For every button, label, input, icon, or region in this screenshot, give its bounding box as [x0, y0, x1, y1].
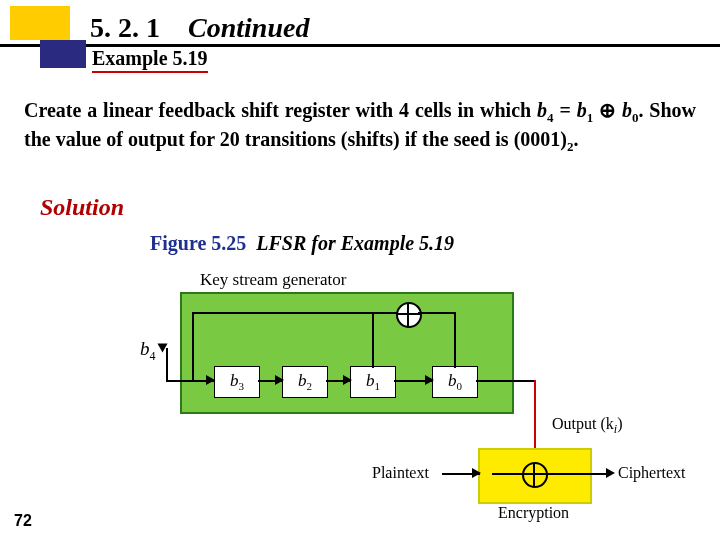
- output-label: Output (ki): [552, 415, 622, 437]
- section-title-text: Continued: [188, 12, 309, 43]
- problem-end: .: [573, 128, 578, 150]
- problem-prefix: Create a linear feedback shift register …: [24, 99, 537, 121]
- cell-b2: b2: [282, 366, 328, 398]
- example-label: Example 5.19: [92, 47, 208, 73]
- wire: [492, 473, 524, 475]
- arrow-icon: [206, 375, 215, 385]
- arrow-icon: [275, 375, 284, 385]
- ksg-label: Key stream generator: [200, 270, 346, 290]
- wire: [418, 312, 456, 314]
- figure-title: LFSR for Example 5.19: [256, 232, 454, 254]
- eq-eq: =: [554, 99, 577, 121]
- ciphertext-label: Ciphertext: [618, 464, 686, 482]
- encryption-label: Encryption: [498, 504, 569, 522]
- eq-b1: b: [577, 99, 587, 121]
- decor-navy-block: [40, 40, 86, 68]
- lfsr-diagram: Key stream generator b4 b3 b2 b1 b0 Outp…: [120, 270, 660, 520]
- figure-caption: Figure 5.25 LFSR for Example 5.19: [150, 232, 454, 255]
- arrow-icon: [425, 375, 434, 385]
- wire: [372, 312, 374, 368]
- wire: [166, 348, 168, 382]
- section-title: 5. 2. 1 Continued: [90, 12, 309, 44]
- plaintext-label: Plaintext: [372, 464, 429, 482]
- xor-encrypt-icon: [522, 462, 548, 488]
- solution-heading: Solution: [40, 194, 124, 221]
- eq-xor: ⊕: [593, 99, 622, 121]
- arrow-icon: [343, 375, 352, 385]
- arrow-icon: [472, 468, 481, 478]
- page-number: 72: [14, 512, 32, 530]
- cell-b1: b1: [350, 366, 396, 398]
- cell-b3: b3: [214, 366, 260, 398]
- section-number: 5. 2. 1: [90, 12, 160, 43]
- xor-feedback-icon: [396, 302, 422, 328]
- wire: [454, 312, 456, 368]
- wire: [192, 312, 398, 314]
- eq-b4: b: [537, 99, 547, 121]
- arrow-icon: [158, 344, 168, 353]
- arrow-icon: [606, 468, 615, 478]
- figure-number: Figure 5.25: [150, 232, 246, 254]
- problem-statement: Create a linear feedback shift register …: [24, 98, 696, 155]
- wire: [546, 473, 610, 475]
- cell-b0: b0: [432, 366, 478, 398]
- wire: [476, 380, 536, 382]
- slide-header: 5. 2. 1 Continued Example 5.19: [0, 0, 720, 78]
- eq-b0: b: [622, 99, 632, 121]
- b4-input-label: b4: [140, 338, 156, 364]
- wire: [192, 312, 194, 382]
- decor-yellow-block: [10, 6, 70, 40]
